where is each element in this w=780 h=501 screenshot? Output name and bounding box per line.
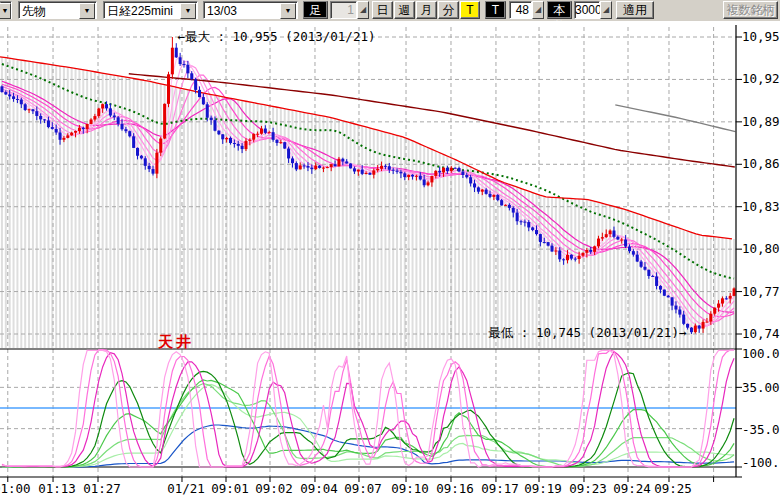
svg-text:10,865: 10,865 [742,156,780,171]
bar-interval-spin-icon[interactable]: ◢ [357,1,369,19]
svg-text:10,895: 10,895 [742,114,780,129]
contract-month-combo[interactable]: 13/03 ▼ [203,1,298,19]
chevron-down-icon[interactable]: ▼ [79,3,95,19]
bar-type-button[interactable]: 足 [303,1,328,19]
svg-text:10,925: 10,925 [742,71,780,86]
svg-text:09:02: 09:02 [255,481,293,496]
svg-text:09:01: 09:01 [211,481,249,496]
instrument-category-value: 先物 [22,3,46,19]
svg-text:35.00: 35.00 [742,380,780,395]
tick-count-spin-icon[interactable]: ◢ [532,1,544,19]
toolbar: ▼ 先物 ▼ 日経225mini ▼ 13/03 ▼ 足 1 ◢ 日 週 月 分… [0,0,780,21]
svg-text:10,835: 10,835 [742,199,780,214]
weekly-button[interactable]: 週 [394,1,415,19]
minute-button[interactable]: 分 [438,1,459,19]
contract-month-value: 13/03 [207,3,237,19]
chevron-down-icon[interactable]: ▼ [180,3,196,19]
instrument-value: 日経225mini [107,3,173,19]
tick-mode-button[interactable]: T [485,1,506,19]
bar-interval-field[interactable]: 1 [330,1,357,19]
svg-text:-100.00: -100.00 [742,455,780,470]
svg-text:10,775: 10,775 [742,284,780,299]
tick-count-field[interactable]: 48 [509,1,532,19]
svg-text:09:04: 09:04 [300,481,338,496]
multi-symbol-button: 複数銘柄 [723,1,778,19]
monthly-button[interactable]: 月 [416,1,437,19]
svg-text:-35.00: -35.00 [742,422,780,437]
svg-text:天井: 天井 [157,333,194,351]
svg-text:09:07: 09:07 [344,481,382,496]
svg-text:09:10: 09:10 [391,481,429,496]
chevron-down-icon[interactable]: ▼ [0,3,11,19]
tick-button[interactable]: T [460,1,480,19]
svg-text:10,745: 10,745 [742,326,780,341]
apply-button[interactable]: 適用 [616,1,654,19]
svg-text:09:16: 09:16 [436,481,474,496]
svg-text:最低 : 10,745 (2013/01/21)→: 最低 : 10,745 (2013/01/21)→ [488,325,687,340]
svg-text:09:25: 09:25 [654,481,692,496]
svg-text:01:13: 01:13 [38,481,76,496]
trading-app-window: { "toolbar": { "mini_combo_icon": "▼", "… [0,0,780,501]
svg-text:09:19: 09:19 [524,481,562,496]
svg-text:01:00: 01:00 [0,481,31,496]
chart-canvas[interactable]: 01:0001:1301:2701/2109:0109:0209:0409:07… [0,0,780,501]
svg-text:←最大 : 10,955 (2013/01/21): ←最大 : 10,955 (2013/01/21) [177,29,375,44]
chevron-down-icon[interactable]: ▼ [280,3,296,19]
svg-text:100.00: 100.00 [742,346,780,361]
svg-text:09:17: 09:17 [481,481,519,496]
bar-count-button[interactable]: 本数 [547,1,572,19]
svg-text:01/21: 01/21 [167,481,205,496]
instrument-combo[interactable]: 日経225mini ▼ [103,1,198,19]
svg-text:09:23: 09:23 [569,481,607,496]
daily-button[interactable]: 日 [372,1,393,19]
hidden-combo[interactable]: ▼ [0,1,12,19]
svg-text:10,805: 10,805 [742,241,780,256]
svg-text:09:24: 09:24 [613,481,651,496]
svg-text:10,955: 10,955 [742,29,780,44]
instrument-category-combo[interactable]: 先物 ▼ [18,1,97,19]
bar-count-field[interactable]: 3000 [574,1,600,19]
bar-count-spin-icon[interactable]: ◢ [600,1,612,19]
svg-text:01:27: 01:27 [83,481,121,496]
